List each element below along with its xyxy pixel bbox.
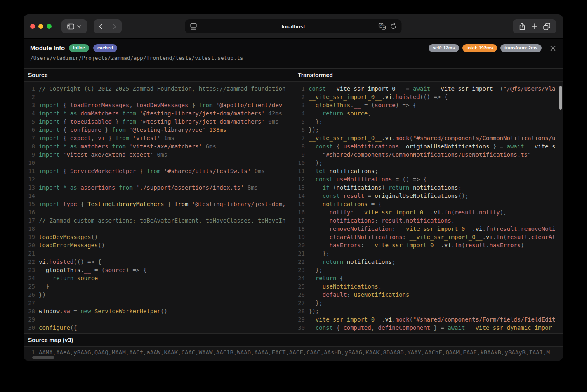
code-line: 9import 'vitest-axe/extend-expect' 0ms (24, 150, 293, 159)
line-number: 23 (24, 266, 35, 274)
close-button[interactable] (548, 44, 557, 53)
badge-cached: cached (93, 44, 117, 52)
code-text (39, 208, 293, 216)
line-number: 1 (293, 85, 305, 93)
code-text: }) (39, 291, 293, 299)
code-text: ); (309, 159, 563, 167)
svg-text:★: ★ (383, 26, 385, 29)
line-number: 16 (293, 208, 305, 216)
code-text: import * as assertions from './support/a… (39, 183, 293, 192)
code-text (39, 192, 293, 200)
code-line: 25 } (24, 282, 293, 291)
code-line: 18 removeNotification: __vite_ssr_import… (293, 225, 563, 233)
close-window-button[interactable] (30, 24, 35, 29)
code-text (39, 299, 293, 307)
code-line: 7import { expect, vi } from 'vitest' 1ms (24, 134, 293, 142)
back-button[interactable] (94, 19, 108, 33)
code-text: import { ServiceWorkerHelper } from '#sh… (39, 167, 293, 175)
code-text: const useNotifications = () => { (309, 175, 563, 183)
source-code[interactable]: 1// Copyright (C) 2012-2025 Zammad Found… (24, 82, 293, 333)
source-panel-title: Source (24, 69, 293, 82)
code-line: 22vi.hoisted(() => { (24, 258, 293, 266)
code-line: 24 return source (24, 274, 293, 282)
url-text: localhost (185, 23, 402, 30)
code-line: 28}); (293, 307, 563, 315)
tabs-icon (543, 23, 550, 30)
code-text: configure({ (39, 324, 293, 332)
line-number: 25 (293, 282, 305, 291)
code-line: 23 }; (293, 266, 563, 274)
code-line: 10 (24, 159, 293, 167)
reader-icon[interactable] (190, 23, 197, 30)
chevron-down-icon (77, 25, 81, 28)
line-number: 10 (24, 159, 35, 167)
code-text: }; (309, 266, 563, 274)
close-icon (550, 46, 556, 51)
back-icon (99, 24, 102, 29)
code-line: 10 ); (293, 159, 563, 167)
code-line: 8import * as matchers from 'vitest-axe/m… (24, 142, 293, 150)
toolbar-right-group (513, 19, 556, 33)
code-text: }); (309, 126, 563, 134)
code-line: 5 }; (293, 117, 563, 126)
new-tab-button[interactable] (532, 23, 537, 29)
zoom-window-button[interactable] (47, 24, 52, 29)
horizontal-scrollbar-thumb[interactable] (32, 356, 54, 359)
code-line: 19 clearAllNotifications: __vite_ssr_imp… (293, 233, 563, 241)
transformed-code[interactable]: 1const __vite_ssr_import_0__ = await __v… (293, 82, 563, 333)
code-text (39, 93, 293, 101)
line-number: 11 (24, 167, 35, 175)
line-number: 16 (24, 208, 35, 216)
reload-icon[interactable] (390, 23, 397, 30)
code-line: 26 default: useNotifications (293, 291, 563, 299)
code-text (39, 175, 293, 183)
code-line: 27 (24, 299, 293, 307)
code-text: import 'vitest-axe/extend-expect' 0ms (39, 150, 293, 159)
code-line: 3 globalThis.__ = (source) => { (293, 101, 563, 109)
line-number: 2 (24, 93, 35, 101)
forward-button[interactable] (108, 19, 122, 33)
history-nav (94, 19, 122, 33)
code-text: AAMA;AAeA,yBAAG,QAAQ,MAAM;AACf,aAAW,KAAK… (39, 348, 563, 357)
metric-transform: transform: 2ms (500, 44, 542, 52)
code-line: 1AAMA;AAeA,yBAAG,QAAQ,MAAM;AACf,aAAW,KAA… (24, 348, 563, 357)
line-number: 21 (293, 249, 305, 258)
code-text: __vite_ssr_import_0__.vi.hoisted(() => { (309, 93, 563, 101)
code-text: removeNotification: __vite_ssr_import_0_… (309, 225, 563, 233)
source-panel: Source 1// Copyright (C) 2012-2025 Zamma… (24, 69, 293, 333)
code-line: 9 "#shared/components/CommonNotification… (293, 150, 563, 159)
line-number: 9 (24, 150, 35, 159)
code-text: import * as matchers from 'vitest-axe/ma… (39, 142, 293, 150)
sourcemap-code[interactable]: 1AAMA;AAeA,yBAAG,QAAQ,MAAM;AACf,aAAW,KAA… (24, 347, 563, 361)
line-number: 25 (24, 282, 35, 291)
line-number: 4 (293, 109, 305, 117)
line-number: 21 (24, 249, 35, 258)
line-number: 29 (293, 315, 305, 324)
code-text: }; (309, 117, 563, 126)
metric-total: total: 193ms (462, 44, 497, 52)
line-number: 14 (293, 192, 305, 200)
sidebar-toggle-button[interactable] (61, 19, 87, 33)
line-number: 5 (24, 117, 35, 126)
code-line: 28window.sw = new ServiceWorkerHelper() (24, 307, 293, 315)
address-bar[interactable]: localhost A ★ (185, 19, 402, 33)
share-icon (519, 23, 526, 30)
translate-icon[interactable]: A ★ (379, 23, 386, 30)
code-line: 7__vite_ssr_import_0__.vi.mock("#shared/… (293, 134, 563, 142)
code-line: 17 notifications: result.notifications, (293, 216, 563, 225)
line-number: 24 (24, 274, 35, 282)
code-line: 30 const { computed, defineComponent } =… (293, 324, 563, 332)
vertical-scrollbar-thumb[interactable] (559, 86, 562, 110)
code-text: // Zammad custom assertions: toBeAvatarE… (39, 216, 293, 225)
minimize-window-button[interactable] (38, 24, 43, 29)
line-number: 22 (24, 258, 35, 266)
code-text: }; (309, 249, 563, 258)
line-number: 26 (24, 291, 35, 299)
code-text: vi.hoisted(() => { (39, 258, 293, 266)
badge-inline: inline (69, 44, 89, 52)
share-button[interactable] (519, 23, 526, 30)
code-line: 6}); (293, 126, 563, 134)
code-line: 2 (24, 93, 293, 101)
tab-overview-button[interactable] (543, 23, 550, 30)
code-text: return { (309, 274, 563, 282)
